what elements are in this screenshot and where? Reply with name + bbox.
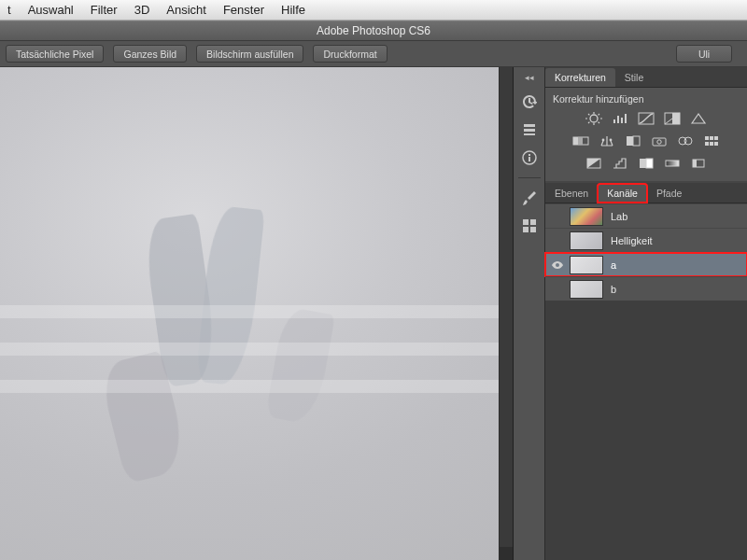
channel-row-b[interactable]: b	[545, 276, 747, 301]
svg-rect-4	[530, 219, 536, 225]
app-titlebar: Adobe Photoshop CS6	[0, 21, 747, 41]
brightness-contrast-icon[interactable]	[584, 110, 604, 127]
visibility-toggle[interactable]	[549, 232, 566, 249]
menu-item-filter[interactable]: Filter	[91, 3, 118, 17]
channel-label: b	[611, 284, 616, 295]
properties-icon[interactable]	[518, 119, 541, 141]
vibrance-icon[interactable]	[688, 110, 709, 127]
channels-list: Lab Helligkeit a b	[545, 203, 747, 301]
threshold-icon[interactable]	[636, 155, 656, 172]
channel-thumbnail	[570, 207, 603, 226]
svg-rect-2	[529, 154, 530, 156]
svg-rect-20	[633, 136, 640, 146]
tab-korrekturen[interactable]: Korrekturen	[545, 68, 615, 87]
channel-label: Lab	[611, 211, 627, 222]
channel-mixer-icon[interactable]	[675, 133, 696, 149]
channel-label: a	[611, 259, 616, 271]
print-size-button[interactable]: Druckformat	[313, 45, 387, 63]
svg-rect-1	[529, 157, 530, 161]
fill-screen-button[interactable]: Bildschirm ausfüllen	[196, 45, 303, 63]
svg-point-7	[590, 115, 598, 122]
svg-rect-34	[666, 161, 679, 166]
actual-pixels-button[interactable]: Tatsächliche Pixel	[6, 45, 104, 63]
swatches-icon[interactable]	[518, 215, 541, 237]
svg-rect-32	[640, 159, 646, 168]
adjustments-icon-grid	[553, 110, 740, 172]
channel-row-lab[interactable]: Lab	[545, 203, 747, 228]
svg-rect-6	[530, 227, 536, 232]
svg-rect-36	[693, 160, 697, 167]
menu-item[interactable]: t	[7, 3, 11, 17]
tab-pfade[interactable]: Pfade	[647, 184, 691, 203]
info-icon[interactable]	[518, 147, 541, 169]
svg-rect-10	[621, 118, 623, 123]
svg-rect-26	[710, 136, 713, 140]
channel-label: Helligkeit	[611, 235, 653, 246]
black-white-icon[interactable]	[623, 133, 643, 149]
adjustments-panel-tabs: Korrekturen Stile	[545, 67, 747, 88]
brush-icon[interactable]	[518, 187, 541, 209]
tab-kanaele[interactable]: Kanäle	[598, 184, 647, 203]
svg-point-18	[610, 139, 613, 142]
vertical-scrollbar[interactable]	[500, 67, 513, 547]
panel-empty-space	[545, 301, 747, 560]
channel-thumbnail	[570, 231, 603, 250]
color-balance-icon[interactable]	[597, 133, 617, 149]
svg-point-17	[602, 139, 605, 142]
svg-rect-25	[705, 136, 709, 140]
svg-rect-19	[627, 136, 633, 146]
channel-thumbnail	[570, 280, 603, 299]
menu-item-auswahl[interactable]: Auswahl	[28, 3, 74, 17]
visibility-toggle[interactable]	[549, 257, 566, 273]
curves-icon[interactable]	[636, 110, 656, 127]
exposure-icon[interactable]	[662, 110, 683, 127]
tab-ebenen[interactable]: Ebenen	[545, 184, 598, 203]
svg-rect-33	[646, 159, 653, 168]
add-adjustment-label: Korrektur hinzufügen	[553, 93, 740, 105]
svg-point-22	[657, 140, 661, 144]
invert-icon[interactable]	[584, 155, 604, 172]
svg-rect-27	[714, 136, 718, 140]
svg-rect-16	[578, 137, 583, 145]
user-name-button[interactable]: Uli	[676, 45, 732, 63]
svg-rect-11	[625, 114, 627, 123]
canvas-area[interactable]	[0, 67, 514, 560]
svg-point-24	[684, 137, 692, 145]
collapse-icon[interactable]: ◂◂	[514, 73, 544, 82]
svg-rect-3	[523, 219, 529, 225]
channel-row-a[interactable]: a	[545, 252, 747, 276]
menu-item-fenster[interactable]: Fenster	[223, 3, 264, 17]
app-title: Adobe Photoshop CS6	[317, 24, 430, 37]
history-icon[interactable]	[518, 91, 541, 113]
posterize-icon[interactable]	[610, 155, 630, 172]
menu-item-ansicht[interactable]: Ansicht	[166, 3, 206, 17]
hue-saturation-icon[interactable]	[571, 133, 591, 149]
fit-screen-button[interactable]: Ganzes Bild	[113, 45, 187, 63]
visibility-toggle[interactable]	[549, 281, 566, 298]
menu-item-hilfe[interactable]: Hilfe	[281, 3, 305, 17]
options-bar: Tatsächliche Pixel Ganzes Bild Bildschir…	[0, 41, 747, 67]
svg-rect-29	[710, 142, 713, 146]
visibility-toggle[interactable]	[549, 208, 566, 225]
svg-rect-15	[573, 137, 578, 145]
photo-filter-icon[interactable]	[649, 133, 669, 149]
svg-rect-28	[705, 142, 709, 146]
document-canvas[interactable]	[0, 67, 499, 560]
tab-stile[interactable]: Stile	[615, 68, 653, 87]
levels-icon[interactable]	[610, 110, 630, 127]
os-menubar: t Auswahl Filter 3D Ansicht Fenster Hilf…	[0, 0, 747, 21]
svg-rect-9	[617, 116, 619, 123]
menu-item-3d[interactable]: 3D	[134, 3, 150, 17]
svg-rect-21	[653, 138, 666, 146]
gradient-map-icon[interactable]	[662, 155, 683, 172]
color-lookup-icon[interactable]	[701, 133, 722, 149]
selective-color-icon[interactable]	[688, 155, 709, 172]
svg-rect-30	[714, 142, 718, 146]
adjustments-panel-body: Korrektur hinzufügen	[545, 88, 747, 181]
channel-row-helligkeit[interactable]: Helligkeit	[545, 228, 747, 252]
collapsed-tool-strip: ◂◂	[514, 67, 545, 560]
panels-column: Korrekturen Stile Korrektur hinzufügen	[545, 67, 747, 560]
layers-panel-tabs: Ebenen Kanäle Pfade	[545, 183, 747, 203]
svg-rect-8	[613, 119, 615, 123]
svg-rect-5	[523, 227, 529, 232]
